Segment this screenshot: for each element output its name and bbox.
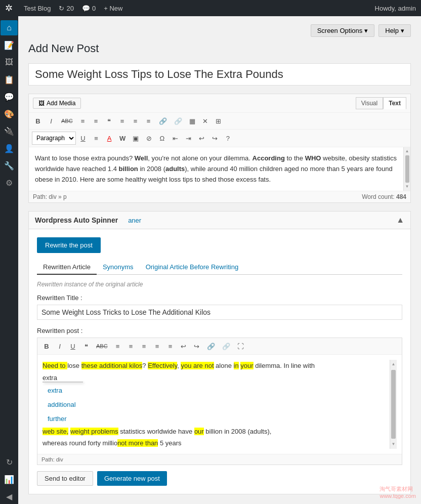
hl-web-site: web site, [43,428,68,435]
blockquote-btn[interactable]: ❝ [103,115,115,127]
adminbar-site[interactable]: Test Blog [24,5,51,12]
adminbar-new[interactable]: + New [104,5,122,12]
color-btn[interactable]: A [103,132,115,144]
rewrite-post-btn[interactable]: Rewrite the post [37,237,101,253]
word-count-label: Word count: [362,193,394,200]
generate-new-btn[interactable]: Generate new post [97,471,167,486]
hl-these: these [81,362,99,369]
sidebar-collapse-btn[interactable]: ◀ [1,489,18,504]
sidebar-item-settings[interactable]: ⚙ [1,175,18,190]
justify-btn[interactable]: ≡ [90,132,102,144]
align-right-btn[interactable]: ≡ [143,115,155,127]
inner-ol-btn[interactable]: ≡ [125,340,137,352]
editor-scrollbar[interactable]: ▲ ▼ [403,147,410,191]
main-content: Screen Options ▾ Help ▾ Add New Post 🖼 A… [18,16,421,504]
sidebar-item-posts[interactable]: 📝 [1,37,18,53]
inner-scroll-down-icon[interactable]: ▼ [390,440,397,449]
adminbar-comments[interactable]: 💬 0 [82,5,96,12]
inner-scroll-up-icon[interactable]: ▲ [390,360,397,369]
help-btn[interactable]: Help ▾ [378,24,411,37]
inner-align-left-btn[interactable]: ≡ [138,340,150,352]
clear-format-btn[interactable]: ⊘ [143,132,155,144]
scroll-thumb[interactable] [405,155,409,183]
sidebar-item-plugins[interactable]: 🔌 [1,123,18,139]
send-editor-btn[interactable]: Send to editor [37,471,93,486]
align-center-btn[interactable]: ≡ [130,115,142,127]
inner-underline-btn[interactable]: U [67,340,79,352]
sidebar-item-appearance[interactable]: 🎨 [1,106,18,121]
ol-btn[interactable]: ≡ [90,115,102,127]
inner-content-text-area[interactable]: Need to lose these additional kilos? Eff… [43,360,390,448]
adminbar-updates[interactable]: ↻ 20 [59,5,73,12]
inner-unlink-btn[interactable]: 🔗 [219,340,233,352]
screen-options-btn[interactable]: Screen Options ▾ [311,24,375,37]
inner-editor-content: Need to lose these additional kilos? Eff… [37,355,402,453]
syn-option-extra[interactable]: extra [43,384,388,398]
add-media-label: Add Media [47,100,75,107]
table-btn[interactable]: ⊞ [213,115,225,127]
inner-undo-btn[interactable]: ↩ [178,340,190,352]
updates-count: 20 [66,5,73,12]
spinner-collapse-btn[interactable]: ▲ [396,216,404,225]
align-left-btn[interactable]: ≡ [116,115,129,127]
remove-btn[interactable]: ✕ [199,115,212,127]
syn-option-further[interactable]: further [43,412,388,426]
scroll-down-icon[interactable]: ▼ [404,184,410,190]
special-chars-btn[interactable]: Ω [156,132,168,144]
tab-visual[interactable]: Visual [356,97,383,109]
help-icon-btn[interactable]: ? [222,132,234,144]
inner-editor: B I U ❝ ABC ≡ ≡ ≡ ≡ ≡ ↩ ↪ 🔗 🔗 ⛶ [37,338,402,465]
outdent-btn[interactable]: ⇤ [169,132,181,144]
tab-text[interactable]: Text [383,97,406,109]
inner-align-center-btn[interactable]: ≡ [151,340,163,352]
sidebar-item-users[interactable]: 👤 [1,141,18,156]
inner-align-right-btn[interactable]: ≡ [164,340,177,352]
editor-content[interactable]: Want to lose those extra pounds? Well, y… [29,147,403,191]
inner-expand-btn[interactable]: ⛶ [234,340,247,352]
hl-not-more-than: not more than [117,439,158,447]
sidebar-item-analytics[interactable]: 📊 [1,472,18,487]
unlink-btn[interactable]: 🔗 [171,115,185,127]
inner-link-btn[interactable]: 🔗 [204,340,218,352]
italic-btn[interactable]: I [45,115,57,127]
strikethrough-btn[interactable]: ABC [58,115,76,127]
sidebar-item-tools[interactable]: 🔧 [1,158,18,173]
paragraph-select[interactable]: Paragraph Heading 1 Heading 2 [32,132,76,145]
tab-rewritten[interactable]: Rewritten Article [37,260,97,275]
sidebar-item-dashboard[interactable]: ⌂ [1,20,18,35]
site-name-label: Test Blog [24,5,51,12]
scroll-up-icon[interactable]: ▲ [404,148,410,154]
tab-synonyms[interactable]: Synonyms [97,260,140,275]
sidebar-item-comments[interactable]: 💬 [1,89,18,104]
syn-option-additional[interactable]: additional [43,398,388,412]
indent-btn[interactable]: ⇥ [182,132,194,144]
inner-scrollbar[interactable]: ▲ ▼ [390,360,397,448]
redo-btn[interactable]: ↪ [208,132,221,144]
inner-scroll-thumb[interactable] [391,370,396,439]
wp-logo-icon[interactable]: ✲ [5,3,13,14]
sidebar-item-spinner[interactable]: ↻ [1,454,18,470]
inner-bold-btn[interactable]: B [40,340,53,352]
inner-ul-btn[interactable]: ≡ [112,340,124,352]
inner-redo-btn[interactable]: ↪ [191,340,203,352]
ul-btn[interactable]: ≡ [77,115,89,127]
spinner-header-tab-other[interactable]: aner [128,217,141,224]
inner-blockquote-btn[interactable]: ❝ [80,340,92,352]
sidebar-item-pages[interactable]: 📋 [1,72,18,87]
inner-strikethrough-btn[interactable]: ABC [93,340,111,352]
paste-word-btn[interactable]: W [116,132,129,144]
link-btn[interactable]: 🔗 [156,115,170,127]
insert-btn[interactable]: ▦ [186,115,198,127]
sidebar-item-media[interactable]: 🖼 [1,55,18,70]
synonym-trigger: extra [43,374,57,382]
underline-btn[interactable]: U [77,132,89,144]
add-media-btn[interactable]: 🖼 Add Media [33,98,81,109]
bold-btn[interactable]: B [32,115,44,127]
post-title-input[interactable] [28,63,411,86]
rewritten-title-input[interactable] [37,305,402,320]
inner-italic-btn[interactable]: I [54,340,66,352]
undo-btn[interactable]: ↩ [195,132,207,144]
page-title: Add New Post [28,42,411,55]
tab-original[interactable]: Original Article Before Rewriting [140,260,245,275]
paste-btn[interactable]: ▣ [130,132,142,144]
